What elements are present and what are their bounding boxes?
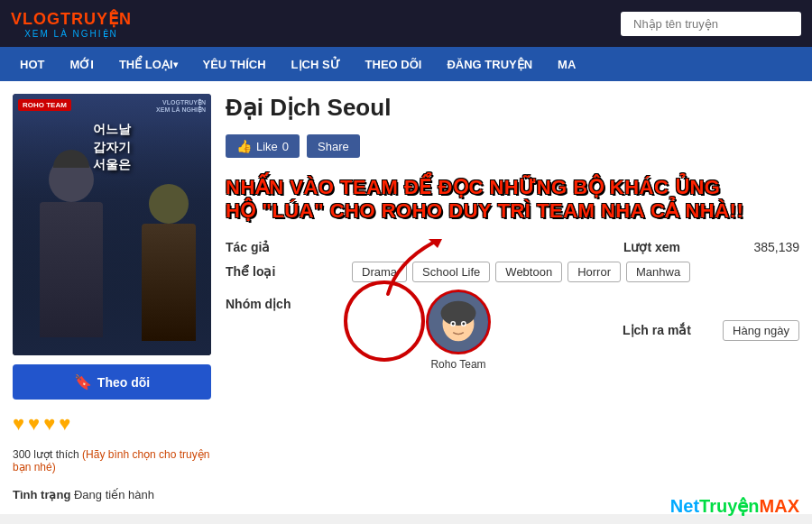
like-button[interactable]: 👍 Like 0 — [226, 134, 300, 158]
tag-school[interactable]: School Life — [412, 262, 490, 282]
star-1[interactable]: ♥ — [13, 412, 24, 436]
cover-watermark: VLOGTRUYỆNXEM LÀ NGHIỆN — [156, 99, 206, 114]
svg-point-5 — [452, 322, 455, 325]
tag-webtoon[interactable]: Webtoon — [495, 262, 562, 282]
watermark: NetTruyệnMAX — [670, 495, 799, 517]
follow-button[interactable]: 🔖 Theo dõi — [13, 364, 211, 400]
status-row: Tình trạng Đang tiến hành — [13, 488, 211, 501]
left-panel: ROHO TEAM VLOGTRUYỆNXEM LÀ NGHIỆN 어느날갑자기… — [13, 94, 211, 501]
like-count: 0 — [282, 140, 289, 153]
team-avatar-container: Roho Team — [352, 290, 565, 371]
nav-bar: HOT MỚI THỂ LOẠI YÊU THÍCH LỊCH SỬ THEO … — [0, 47, 812, 81]
watermark-max: MAX — [760, 496, 799, 516]
overlay-line1: NHẤN VÀO TEAM ĐỂ ĐỌC NHỮNG BỘ KHÁC ỦNG — [226, 176, 720, 198]
overlay-text: NHẤN VÀO TEAM ĐỂ ĐỌC NHỮNG BỘ KHÁC ỦNG H… — [226, 176, 799, 224]
nav-item-yeu-thich[interactable]: YÊU THÍCH — [190, 47, 279, 81]
tinh-trang-status: Đang tiến hành — [74, 488, 154, 501]
watermark-truyen: Truyện — [699, 496, 759, 516]
search-input[interactable] — [621, 12, 801, 36]
action-buttons: 👍 Like 0 Share — [226, 134, 799, 158]
nav-item-theo-doi[interactable]: THEO DÕI — [353, 47, 435, 81]
release-schedule-cell: Hàng ngày — [691, 322, 799, 338]
svg-point-6 — [462, 322, 465, 325]
team-section: Roho Team — [352, 290, 565, 371]
nav-item-ma[interactable]: MA — [545, 47, 588, 81]
top-bar: VLOGTRUYỆN XEM LÀ NGHIỆN — [0, 0, 812, 47]
overlay-text-container: NHẤN VÀO TEAM ĐỂ ĐỌC NHỮNG BỘ KHÁC ỦNG H… — [226, 176, 799, 224]
nav-item-dang-truyen[interactable]: ĐĂNG TRUYỆN — [434, 47, 545, 81]
rating-count: 300 lượt thích — [13, 448, 79, 461]
nav-item-moi[interactable]: MỚI — [57, 47, 106, 81]
svg-marker-7 — [429, 239, 442, 248]
book-cover[interactable]: ROHO TEAM VLOGTRUYỆNXEM LÀ NGHIỆN 어느날갑자기… — [13, 94, 211, 355]
watermark-net: Net — [670, 496, 699, 516]
cover-kr-title: 어느날갑자기서울은 — [23, 121, 201, 174]
rating-text: 300 lượt thích (Hãy bình chọn cho truyện… — [13, 448, 211, 473]
right-panel: Đại Dịch Seoul 👍 Like 0 Share NHẤN VÀO T… — [226, 94, 799, 501]
team-avatar[interactable] — [426, 290, 491, 354]
main-content: ROHO TEAM VLOGTRUYỆNXEM LÀ NGHIỆN 어느날갑자기… — [0, 81, 812, 514]
luot-xem-label: Lượt xem — [565, 240, 691, 254]
tac-gia-label: Tác giả — [226, 240, 352, 254]
thumb-up-icon: 👍 — [236, 139, 252, 153]
tag-drama[interactable]: Drama — [352, 262, 407, 282]
lich-ra-mat-label: Lịch ra mắt — [565, 323, 691, 337]
tinh-trang-label: Tình trạng — [13, 488, 70, 501]
star-3[interactable]: ♥ — [43, 412, 55, 436]
manga-title: Đại Dịch Seoul — [226, 94, 799, 122]
svg-point-2 — [441, 300, 476, 325]
share-button[interactable]: Share — [307, 134, 360, 158]
nav-item-lich-su[interactable]: LỊCH SỬ — [279, 47, 353, 81]
the-loai-label: Thể loại — [226, 264, 352, 279]
share-label: Share — [318, 140, 349, 153]
cover-team-badge: ROHO TEAM — [18, 99, 71, 111]
follow-button-label: Theo dõi — [97, 375, 150, 390]
logo-main-text: VLOGTRUYỆN — [11, 9, 132, 29]
nav-item-the-loai[interactable]: THỂ LOẠI — [106, 47, 190, 81]
nav-item-hot[interactable]: HOT — [7, 47, 57, 81]
avatar-svg — [429, 291, 488, 353]
star-2[interactable]: ♥ — [28, 412, 40, 436]
team-name: Roho Team — [430, 358, 485, 371]
like-label: Like — [256, 140, 278, 153]
nhom-dich-label: Nhóm dịch — [226, 290, 352, 311]
release-badge: Hàng ngày — [723, 320, 799, 341]
info-table: Tác giả Lượt xem 385,139 Thể loại Drama … — [226, 240, 799, 371]
star-4[interactable]: ♥ — [59, 412, 70, 436]
overlay-line2: HỘ "LÚA" CHO ROHO DUY TRÌ TEAM NHA CẢ NH… — [226, 199, 743, 222]
luot-xem-value: 385,139 — [691, 240, 799, 254]
tag-horror[interactable]: Horror — [567, 262, 621, 282]
tag-manhwa[interactable]: Manhwa — [626, 262, 690, 282]
logo-sub-text: XEM LÀ NGHIỆN — [24, 29, 118, 39]
logo[interactable]: VLOGTRUYỆN XEM LÀ NGHIỆN — [11, 9, 132, 39]
bookmark-icon: 🔖 — [74, 373, 92, 391]
red-circle-annotation — [344, 280, 425, 362]
stars-row: ♥ ♥ ♥ ♥ — [13, 412, 211, 436]
genre-tags: Drama School Life Webtoon Horror Manhwa — [352, 262, 799, 282]
